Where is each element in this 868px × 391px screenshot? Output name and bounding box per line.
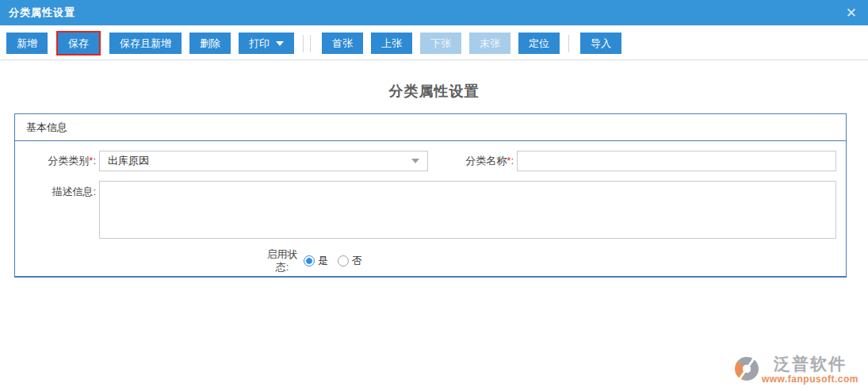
category-name-input[interactable] (517, 151, 836, 171)
new-button[interactable]: 新增 (6, 33, 48, 54)
enable-status-radio-no[interactable]: 否 (338, 254, 362, 268)
category-type-value: 出库原因 (108, 154, 149, 168)
delete-button[interactable]: 删除 (189, 33, 231, 54)
toolbar: 新增 保存 保存且新增 删除 打印 首张 上张 下张 末张 定位 导入 (0, 25, 868, 60)
description-textarea[interactable] (99, 181, 836, 239)
toolbar-separator (568, 35, 572, 52)
save-button[interactable]: 保存 (58, 33, 99, 54)
locate-button[interactable]: 定位 (518, 33, 560, 54)
category-type-select[interactable]: 出库原因 (99, 151, 428, 171)
chevron-down-icon (411, 159, 419, 163)
enable-status-label: 启用状态: (264, 248, 300, 274)
toolbar-separator (303, 35, 314, 52)
save-and-new-button[interactable]: 保存且新增 (109, 33, 182, 54)
print-button[interactable]: 打印 (239, 33, 294, 54)
dialog-title: 分类属性设置 (9, 6, 75, 20)
enable-status-radio-yes[interactable]: 是 (304, 254, 328, 268)
next-record-button: 下张 (420, 33, 461, 54)
import-button[interactable]: 导入 (580, 33, 621, 54)
watermark: 泛普软件 www.fanpusoft.com (735, 355, 858, 385)
watermark-url: www.fanpusoft.com (762, 374, 858, 385)
watermark-brand: 泛普软件 (774, 355, 847, 374)
close-icon[interactable]: ✕ (846, 6, 857, 20)
radio-no-label: 否 (352, 254, 362, 268)
category-type-label: 分类类别*: (26, 154, 99, 168)
dialog-titlebar: 分类属性设置 ✕ (0, 0, 868, 25)
previous-record-button[interactable]: 上张 (371, 33, 412, 54)
last-record-button: 末张 (469, 33, 510, 54)
form-body: 分类类别*: 出库原因 分类名称*: 描述信息: 启用状态: 是 (15, 141, 846, 276)
print-button-label: 打印 (249, 33, 270, 54)
dialog: 分类属性设置 ✕ 新增 保存 保存且新增 删除 打印 首张 上张 下张 末张 定… (0, 0, 868, 101)
radio-yes-label: 是 (318, 254, 328, 268)
category-name-label: 分类名称*: (428, 154, 517, 168)
section-header: 基本信息 (15, 114, 846, 141)
radio-checked-icon (304, 255, 315, 266)
form-row: 描述信息: (26, 181, 836, 239)
radio-unchecked-icon (338, 255, 349, 266)
page-title: 分类属性设置 (0, 82, 868, 101)
form-row: 分类类别*: 出库原因 分类名称*: (26, 151, 836, 171)
first-record-button[interactable]: 首张 (322, 33, 363, 54)
fanpu-logo-icon (735, 357, 759, 381)
description-label: 描述信息: (26, 181, 99, 199)
caret-down-icon (276, 41, 284, 46)
form-row: 启用状态: 是 否 (264, 248, 836, 276)
form-panel: 基本信息 分类类别*: 出库原因 分类名称*: 描述信息: 启用状态: 是 (14, 113, 847, 278)
